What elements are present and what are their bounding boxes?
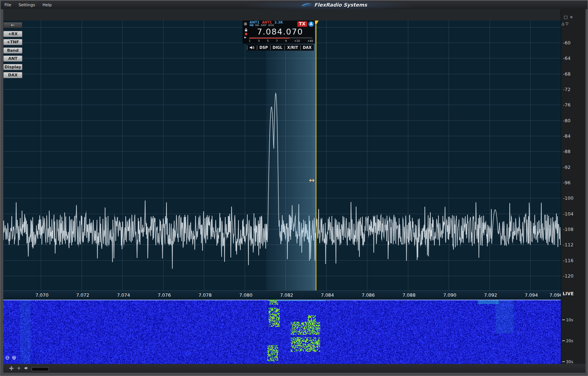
menu-settings[interactable]: Settings bbox=[15, 3, 39, 7]
db-scale-label: -104 bbox=[563, 211, 573, 217]
db-scale-label: -88 bbox=[563, 149, 570, 154]
collapse-menu-button[interactable]: ← bbox=[3, 22, 22, 28]
resize-cursor-icon: ↔ bbox=[309, 176, 315, 184]
menu-help[interactable]: Help bbox=[39, 3, 55, 7]
freq-axis-label: 7.092 bbox=[483, 292, 499, 298]
tx-antenna-select[interactable]: ANT1 bbox=[262, 21, 272, 24]
freq-axis-label: 7.080 bbox=[238, 292, 254, 298]
dsp-flag-nb[interactable]: NB bbox=[250, 24, 254, 27]
freq-axis-label: 7.094 bbox=[523, 292, 539, 298]
db-scale-label: -92 bbox=[563, 164, 570, 170]
db-scale-label: -60 bbox=[563, 40, 570, 46]
db-scale-label: -116 bbox=[563, 258, 573, 263]
slice-passband-filter[interactable] bbox=[266, 21, 316, 290]
waterfall-display[interactable] bbox=[3, 300, 561, 364]
db-scale-label: -100 bbox=[563, 195, 573, 201]
freq-axis-label: 7.074 bbox=[115, 292, 132, 298]
db-scale-label: -120 bbox=[563, 273, 573, 279]
record-dot-icon[interactable] bbox=[245, 33, 247, 35]
tuning-frequency-line[interactable] bbox=[316, 25, 316, 290]
flexradio-logo-icon bbox=[301, 2, 312, 7]
sidebar-button-ant[interactable]: ANT bbox=[3, 55, 22, 62]
app-window: File Settings Help FlexRadio Systems ↔ L… bbox=[0, 0, 588, 376]
close-icon[interactable]: × bbox=[570, 15, 573, 19]
freq-axis-label: 7.084 bbox=[319, 292, 336, 298]
up-arrow-icon[interactable]: △ bbox=[562, 22, 564, 26]
frequency-axis[interactable]: 7.0707.0727.0747.0767.0787.0807.0827.084… bbox=[3, 290, 561, 300]
freq-axis-label: 7.070 bbox=[34, 292, 50, 298]
waterfall-time-label: 10s bbox=[562, 318, 573, 322]
dsp-flag-nr[interactable]: NR bbox=[255, 24, 259, 27]
frequency-display[interactable]: 7.084.070 bbox=[248, 27, 314, 36]
audio-mute-button[interactable] bbox=[247, 46, 257, 50]
freq-axis-label: 7.072 bbox=[75, 292, 91, 298]
db-scale-label: -96 bbox=[563, 180, 570, 185]
sidebar-button-rx[interactable]: +RX bbox=[3, 31, 22, 37]
menu-file[interactable]: File bbox=[1, 3, 15, 7]
add-icon[interactable]: + bbox=[17, 365, 21, 371]
sidebar-button-band[interactable]: Band bbox=[3, 47, 22, 54]
waterfall-live-label: LIVE bbox=[563, 291, 574, 296]
right-scale-strip: LIVE -60-64-68-72-76-80-84-88-92-96-100-… bbox=[561, 9, 585, 364]
s-meter-tick: 7 bbox=[276, 40, 278, 43]
sidebar-button-display[interactable]: Display bbox=[3, 64, 22, 70]
freq-axis-label: 7.086 bbox=[360, 292, 376, 298]
waterfall-time-label: 20s bbox=[562, 339, 573, 343]
horizontal-scrollbar[interactable] bbox=[32, 367, 49, 371]
bottom-toolbar: + bbox=[9, 365, 29, 371]
s-meter bbox=[249, 37, 312, 39]
s-meter-tick: +20 bbox=[294, 40, 300, 43]
zoom-in-icon[interactable]: ⊕ bbox=[12, 355, 17, 360]
play-icon[interactable]: ▶ bbox=[244, 36, 246, 39]
sidebar-button-dax[interactable]: DAX bbox=[3, 72, 22, 78]
rx-antenna-select[interactable]: ANT1 bbox=[250, 21, 259, 24]
down-arrow-icon[interactable]: ▽ bbox=[566, 22, 569, 26]
filter-width-select[interactable]: 2.3K bbox=[275, 21, 283, 24]
flag-antenna-block: ANT1 ANT1 2.3K NBNRANFQSK bbox=[250, 21, 296, 27]
dsp-flag-anf[interactable]: ANF bbox=[261, 24, 266, 27]
dsp-flag-qsk[interactable]: QSK bbox=[268, 24, 274, 27]
freq-axis-label: 7.096 bbox=[548, 292, 561, 298]
sidebar-button-tnf[interactable]: +TNF bbox=[3, 39, 22, 45]
flag-tab-dsp[interactable]: DSP bbox=[257, 46, 270, 50]
s-meter-tick: +40 bbox=[307, 40, 313, 43]
tx-button[interactable]: TX bbox=[297, 21, 307, 27]
db-scale-label: -112 bbox=[563, 242, 573, 247]
flag-icon-column bbox=[244, 28, 248, 35]
lock-icon[interactable] bbox=[244, 28, 248, 32]
freq-axis-label: 7.076 bbox=[156, 292, 172, 298]
minimize-icon[interactable]: □ bbox=[564, 15, 567, 19]
db-scale-label: -72 bbox=[563, 87, 570, 92]
speaker-icon[interactable] bbox=[24, 366, 29, 370]
slice-flag[interactable]: ⊗ ANT1 ANT1 2.3K NBNRANFQSK TX A 7.084. bbox=[243, 21, 315, 44]
flag-tabs-row: DSPDIGLX/RITDAX bbox=[247, 44, 314, 51]
freq-axis-label: 7.088 bbox=[401, 292, 417, 298]
flag-tab-xrit[interactable]: X/RIT bbox=[284, 46, 300, 50]
s-meter-tick: 1 bbox=[249, 40, 251, 43]
zoom-out-icon[interactable]: ⊖ bbox=[5, 355, 10, 360]
freq-axis-label: 7.082 bbox=[279, 292, 295, 298]
brand: FlexRadio Systems bbox=[301, 2, 367, 8]
pan-move-icon[interactable] bbox=[9, 366, 14, 370]
db-scale-label: -68 bbox=[563, 71, 570, 77]
flag-tab-digl[interactable]: DIGL bbox=[270, 46, 285, 50]
bottom-bar: + bbox=[3, 364, 585, 373]
dsp-status-flags: NBNRANFQSK bbox=[250, 24, 296, 27]
flag-header-row: ⊗ ANT1 ANT1 2.3K NBNRANFQSK TX A bbox=[243, 21, 315, 27]
slice-close-icon[interactable]: ⊗ bbox=[244, 22, 248, 26]
panafall-resize-controls: △ ▽ bbox=[562, 22, 568, 26]
s-meter-tick: 5 bbox=[267, 40, 269, 43]
slice-letter-badge[interactable]: A bbox=[308, 21, 314, 27]
freq-axis-label: 7.090 bbox=[442, 292, 458, 298]
db-scale-label: -80 bbox=[563, 118, 570, 123]
db-scale-label: -108 bbox=[563, 227, 573, 232]
brand-name: FlexRadio Systems bbox=[314, 2, 367, 8]
s-meter-scale: 13579+20+40 bbox=[249, 40, 313, 43]
s-meter-reading bbox=[249, 38, 290, 39]
menu-bar: File Settings Help FlexRadio Systems bbox=[1, 1, 588, 9]
flag-tab-dax[interactable]: DAX bbox=[300, 46, 314, 50]
speaker-icon bbox=[250, 46, 255, 50]
db-scale-label: -84 bbox=[563, 133, 570, 139]
s-meter-row: ▶ bbox=[244, 36, 313, 40]
s-meter-tick: 9 bbox=[285, 40, 287, 43]
